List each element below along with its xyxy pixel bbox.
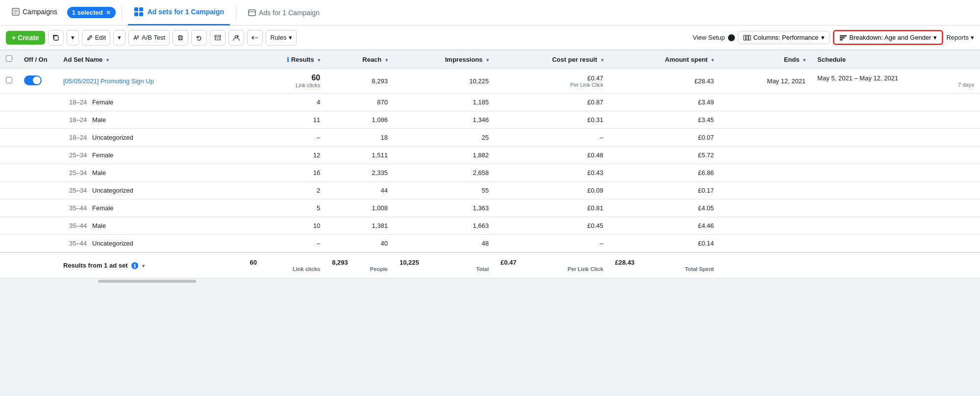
breakdown-button[interactable]: Breakdown: Age and Gender ▾ <box>833 30 944 45</box>
scrollbar-thumb[interactable] <box>98 280 196 283</box>
clear-selection-button[interactable]: ✕ <box>106 9 111 16</box>
columns-icon <box>743 34 751 41</box>
selected-badge[interactable]: 1 selected ✕ <box>67 7 116 18</box>
breakdown-toggle-cell <box>18 147 57 164</box>
totals-impressions-cell: 10,225 Total <box>394 252 495 278</box>
edit-label: Edit <box>95 34 106 41</box>
main-row-checkbox-cell[interactable] <box>0 69 18 94</box>
breakdown-checkbox-cell[interactable] <box>0 129 18 147</box>
copy-button[interactable] <box>48 30 64 46</box>
breakdown-gender: Female <box>92 151 113 159</box>
main-row-toggle-cell[interactable] <box>18 69 57 94</box>
breakdown-reach-cell: 18 <box>326 129 394 147</box>
breakdown-reach-cell: 44 <box>326 182 394 199</box>
breakdown-amount-cell: £0.07 <box>609 129 720 147</box>
breakdown-checkbox-cell[interactable] <box>0 217 18 235</box>
breakdown-gender: Female <box>92 99 113 106</box>
breakdown-checkbox-cell[interactable] <box>0 199 18 217</box>
cost-per-result-header[interactable]: Cost per result ▾ <box>495 50 609 69</box>
delete-button[interactable] <box>173 30 188 46</box>
rules-button[interactable]: Rules ▾ <box>266 30 296 46</box>
breakdown-checkbox-cell[interactable] <box>0 182 18 199</box>
breakdown-impressions-cell: 1,346 <box>394 111 495 129</box>
breakdown-name-cell: 25–34 Male <box>57 164 244 182</box>
breakdown-results-cell: 4 <box>244 94 326 111</box>
ends-header[interactable]: Ends ▾ <box>720 50 811 69</box>
main-row-cost-cell: £0.47 Per Link Click <box>495 69 609 94</box>
breakdown-checkbox-cell[interactable] <box>0 147 18 164</box>
breakdown-reach-cell: 40 <box>326 235 394 253</box>
rules-chevron-icon: ▾ <box>289 34 292 41</box>
archive-icon <box>214 34 221 41</box>
breakdown-name-cell: 35–44 Uncategorized <box>57 235 244 253</box>
main-row-checkbox[interactable] <box>6 77 12 83</box>
breakdown-age: 18–24 <box>69 99 87 106</box>
breakdown-amount-cell: £0.17 <box>609 182 720 199</box>
ad-set-name-header[interactable]: Ad Set Name ▾ <box>57 50 244 69</box>
breakdown-row: 35–44 Uncategorized – 40 48 – £0.14 <box>0 235 980 253</box>
amount-spent-header[interactable]: Amount spent ▾ <box>609 50 720 69</box>
breakdown-row: 25–34 Uncategorized 2 44 55 £0.09 £0.17 <box>0 182 980 199</box>
totals-impressions-num: 10,225 <box>400 259 489 266</box>
breakdown-age: 25–34 <box>69 169 87 176</box>
ads-tab[interactable]: Ads for 1 Campaign <box>242 0 326 25</box>
ad-set-link[interactable]: [05/05/2021] Promoting Sign Up <box>63 77 154 85</box>
assign-button[interactable] <box>228 30 244 46</box>
view-setup-button[interactable]: View Setup <box>693 34 735 41</box>
breakdown-checkbox-cell[interactable] <box>0 164 18 182</box>
breakdown-cost-cell: £0.43 <box>495 164 609 182</box>
totals-chevron-icon[interactable]: ▾ <box>142 263 145 269</box>
breakdown-results-cell: 10 <box>244 217 326 235</box>
columns-chevron-icon: ▾ <box>821 34 825 41</box>
breakdown-checkbox-cell[interactable] <box>0 235 18 253</box>
copy-dropdown-button[interactable]: ▾ <box>67 30 79 46</box>
breakdown-results-cell: – <box>244 235 326 253</box>
breakdown-schedule-cell <box>811 217 980 235</box>
impressions-header[interactable]: Impressions ▾ <box>394 50 495 69</box>
svg-rect-1 <box>134 7 138 11</box>
totals-results-sub: Link clicks <box>250 266 320 272</box>
reach-header[interactable]: Reach ▾ <box>326 50 394 69</box>
ad-sets-label: Ad sets for 1 Campaign <box>148 8 224 16</box>
svg-rect-9 <box>744 35 746 40</box>
breakdown-toggle-cell <box>18 164 57 182</box>
ad-set-toggle[interactable] <box>24 75 42 85</box>
breakdown-impressions-cell: 25 <box>394 129 495 147</box>
breakdown-impressions-cell: 55 <box>394 182 495 199</box>
breakdown-toggle-cell <box>18 129 57 147</box>
breakdown-checkbox-cell[interactable] <box>0 94 18 111</box>
undo-button[interactable] <box>191 30 207 46</box>
edit-chevron-icon: ▾ <box>118 34 121 41</box>
select-all-checkbox[interactable] <box>6 55 12 62</box>
breakdown-cost-cell: £0.87 <box>495 94 609 111</box>
ad-sets-tab[interactable]: Ad sets for 1 Campaign <box>128 0 230 25</box>
svg-rect-3 <box>134 12 138 16</box>
ads-icon <box>248 9 256 17</box>
scrollbar[interactable] <box>0 278 980 284</box>
ab-test-button[interactable]: A/B Test <box>128 30 170 46</box>
totals-reach-cell: 8,293 People <box>326 252 394 278</box>
breakdown-checkbox-cell[interactable] <box>0 111 18 129</box>
schedule-header[interactable]: Schedule <box>811 50 980 69</box>
breakdown-amount-cell: £4.05 <box>609 199 720 217</box>
breakdown-age: 18–24 <box>69 134 87 141</box>
reports-button[interactable]: Reports ▾ <box>946 34 974 41</box>
edit-button[interactable]: Edit <box>82 30 110 46</box>
results-header[interactable]: ℹ Results ▾ <box>244 50 326 69</box>
ab-test-label: A/B Test <box>142 34 165 41</box>
campaigns-tab[interactable]: Campaigns <box>6 0 63 25</box>
campaigns-icon <box>12 8 20 16</box>
archive-button[interactable] <box>210 30 226 46</box>
columns-button[interactable]: Columns: Performance ▾ <box>738 31 830 44</box>
more-button[interactable] <box>247 30 263 46</box>
main-row-ends-cell: May 12, 2021 <box>720 69 811 94</box>
create-button[interactable]: + Create <box>6 31 45 45</box>
edit-dropdown-button[interactable]: ▾ <box>113 30 126 46</box>
breakdown-cost-cell: £0.45 <box>495 217 609 235</box>
svg-rect-11 <box>749 35 751 40</box>
totals-info-icon[interactable]: ℹ <box>131 262 138 269</box>
main-cost-value: £0.47 <box>501 74 603 82</box>
breakdown-toggle-cell <box>18 199 57 217</box>
select-all-header[interactable] <box>0 50 18 69</box>
breakdown-amount-cell: £6.86 <box>609 164 720 182</box>
